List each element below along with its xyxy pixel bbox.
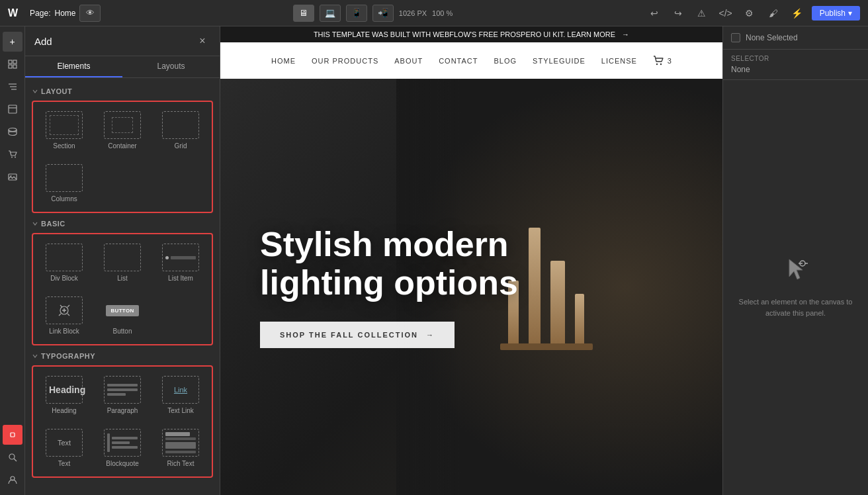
nav-cart[interactable]: 3 xyxy=(653,55,672,67)
publish-button[interactable]: Publish ▾ xyxy=(812,6,860,21)
nav-link-blog[interactable]: BLOG xyxy=(494,57,517,65)
section-element[interactable]: Section xyxy=(37,106,91,155)
settings-button[interactable]: ⚙ xyxy=(740,4,759,22)
site-banner: THIS TEMPLATE WAS BUILT WITH WEBFLOW'S F… xyxy=(220,26,722,42)
layout-label: Layout xyxy=(41,87,72,95)
paragraph-label: Paragraph xyxy=(107,407,138,414)
search-icon-button[interactable] xyxy=(3,447,22,467)
link-block-element[interactable]: Link Block xyxy=(37,291,91,340)
typography-label: Typography xyxy=(41,352,95,360)
text-link-element[interactable]: Link Text Link xyxy=(153,371,208,420)
tab-elements[interactable]: Elements xyxy=(25,56,122,77)
heading-element[interactable]: Heading Heading xyxy=(37,371,91,420)
right-panel-hint: Select an element on the canvas to activ… xyxy=(736,296,855,318)
svg-rect-3 xyxy=(13,65,17,68)
grid-label: Grid xyxy=(175,142,187,150)
tablet-view-button[interactable]: 📱 xyxy=(346,5,367,22)
mobile-view-button[interactable]: 📲 xyxy=(372,5,394,22)
section-label: Section xyxy=(53,142,75,150)
pages-icon-button[interactable] xyxy=(3,99,22,119)
laptop-view-button[interactable]: 💻 xyxy=(320,5,341,22)
button-icon: BUTTON xyxy=(104,296,141,324)
text-label: Text xyxy=(58,460,70,467)
list-element[interactable]: List xyxy=(95,238,150,287)
add-panel-header: Add × xyxy=(25,26,220,56)
basic-label: Basic xyxy=(41,220,65,228)
nav-link-styleguide[interactable]: STYLEGUIDE xyxy=(533,57,586,65)
add-panel-tabs: Elements Layouts xyxy=(25,56,220,78)
page-eye-button[interactable]: 👁 xyxy=(79,5,101,22)
svg-point-21 xyxy=(656,63,658,64)
media-icon-button[interactable] xyxy=(3,167,22,187)
add-panel-icon-button[interactable]: + xyxy=(3,32,22,52)
grid-element[interactable]: Grid xyxy=(153,106,208,155)
button-element[interactable]: BUTTON Button xyxy=(95,291,150,340)
main-layout: + Add × xyxy=(0,26,868,495)
svg-rect-2 xyxy=(9,65,12,68)
users-icon-button[interactable] xyxy=(3,470,22,490)
top-bar: W Page: Home 👁 🖥 💻 📱 📲 1026 PX 100 % ↩ ↪… xyxy=(0,0,868,26)
selector-row: Selector None xyxy=(723,50,868,80)
code-button[interactable]: </> xyxy=(716,4,735,22)
publish-label: Publish xyxy=(820,9,846,18)
hero-cta-button[interactable]: SHOP THE FALL COLLECTION → xyxy=(260,322,455,348)
svg-point-17 xyxy=(9,454,15,459)
canvas-zoom: 100 % xyxy=(432,9,453,17)
list-label: List xyxy=(117,275,128,282)
svg-rect-7 xyxy=(9,105,17,113)
container-label: Container xyxy=(108,142,136,150)
blockquote-icon xyxy=(104,429,141,457)
styles-icon-button[interactable] xyxy=(3,425,22,445)
toolbar-right: ↩ ↪ ⚠ </> ⚙ 🖌 ⚡ Publish ▾ xyxy=(645,4,860,22)
paragraph-element[interactable]: Paragraph xyxy=(95,371,150,420)
tab-layouts[interactable]: Layouts xyxy=(122,56,220,77)
site-hero: Stylish modern lighting options SHOP THE… xyxy=(220,79,722,495)
link-block-icon xyxy=(46,296,83,324)
grid-icon xyxy=(162,111,199,139)
button-label: Button xyxy=(113,328,132,335)
ecomm-icon-button[interactable] xyxy=(3,144,22,164)
selector-label: Selector xyxy=(731,55,860,62)
style-button[interactable]: 🖌 xyxy=(764,4,783,22)
redo-button[interactable]: ↪ xyxy=(669,4,687,22)
layout-section-header[interactable]: Layout xyxy=(32,87,213,95)
svg-line-18 xyxy=(14,459,17,461)
banner-text: THIS TEMPLATE WAS BUILT WITH WEBFLOW'S F… xyxy=(314,30,615,38)
canvas-area: THIS TEMPLATE WAS BUILT WITH WEBFLOW'S F… xyxy=(220,26,722,495)
typography-elements-grid: Heading Heading Paragraph Link xyxy=(32,365,213,478)
warning-button[interactable]: ⚠ xyxy=(693,4,711,22)
container-element[interactable]: Container xyxy=(95,106,150,155)
none-selected-label: None Selected xyxy=(746,33,798,42)
lightning-button[interactable]: ⚡ xyxy=(788,4,806,22)
hero-cta-arrow: → xyxy=(426,331,435,339)
nav-link-about[interactable]: ABOUT xyxy=(394,57,423,65)
nav-link-home[interactable]: HOME xyxy=(271,57,296,65)
right-panel-empty: Select an element on the canvas to activ… xyxy=(723,80,868,495)
canvas-width: 1026 PX xyxy=(399,9,427,17)
basic-section-header[interactable]: Basic xyxy=(32,220,213,228)
none-selected-row: None Selected xyxy=(723,26,868,50)
nav-link-license[interactable]: LICENSE xyxy=(601,57,637,65)
desktop-view-button[interactable]: 🖥 xyxy=(293,5,314,22)
undo-button[interactable]: ↩ xyxy=(645,4,664,22)
lamp-4 xyxy=(575,294,584,347)
rich-text-element[interactable]: Rich Text xyxy=(153,424,208,472)
nav-link-contact[interactable]: CONTACT xyxy=(439,57,478,65)
cms-icon-button[interactable] xyxy=(3,122,22,142)
nav-link-products[interactable]: OUR PRODUCTS xyxy=(312,57,378,65)
canvas-iframe: THIS TEMPLATE WAS BUILT WITH WEBFLOW'S F… xyxy=(220,26,722,495)
columns-element[interactable]: Columns xyxy=(37,159,91,208)
blockquote-element[interactable]: Blockquote xyxy=(95,424,150,472)
typography-section-header[interactable]: Typography xyxy=(32,352,213,360)
div-block-element[interactable]: Div Block xyxy=(37,238,91,287)
svg-point-11 xyxy=(11,157,13,158)
add-panel-close-button[interactable]: × xyxy=(195,33,210,49)
text-element[interactable]: Text Text xyxy=(37,424,91,472)
navigator-icon-button[interactable] xyxy=(3,77,22,97)
cursor-icon xyxy=(784,257,808,289)
add-panel-title: Add xyxy=(34,36,52,47)
heading-label: Heading xyxy=(52,407,76,414)
list-item-element[interactable]: List Item xyxy=(153,238,208,287)
lamp-group xyxy=(508,228,611,347)
components-icon-button[interactable] xyxy=(3,54,22,74)
